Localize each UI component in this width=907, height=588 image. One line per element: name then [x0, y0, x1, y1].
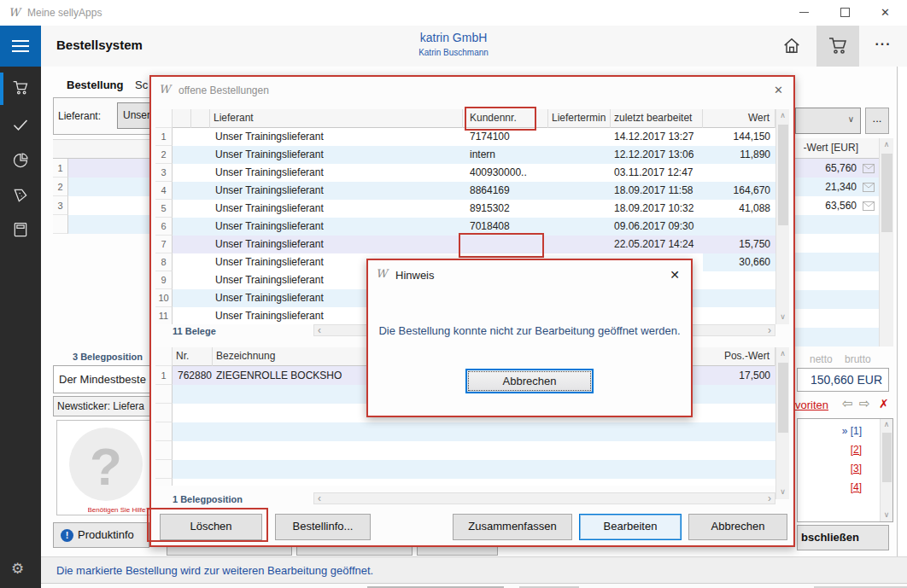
bg-table-row[interactable]: 1 000 [53, 159, 155, 178]
scroll-right-icon[interactable]: › [768, 493, 771, 504]
bestellinfo-button[interactable]: Bestellinfo... [275, 514, 371, 540]
sidebar-item-tasks[interactable] [12, 116, 29, 133]
arrow-left-icon[interactable]: ⇦ [842, 396, 853, 411]
scroll-left-icon[interactable]: ‹ [318, 325, 321, 336]
scroll-right-icon[interactable]: › [768, 325, 771, 336]
netto-label[interactable]: netto [810, 353, 833, 365]
bg-table-row[interactable]: 3 000 [53, 196, 155, 215]
hinweis-abbrechen-button[interactable]: Abbrechen [465, 369, 594, 393]
close-window-icon[interactable]: ✕ [881, 6, 890, 19]
bg-wert-header[interactable]: -Wert [EUR] [795, 138, 879, 159]
bg-wert-row[interactable]: 65,760 [795, 159, 879, 178]
scrollbar-thumb[interactable] [778, 125, 788, 225]
order-row[interactable]: 1Unser Trainingslieferant717410014.12.20… [155, 128, 775, 146]
total-value-box: 150,660 EUR [797, 368, 889, 392]
cart-icon [828, 37, 848, 55]
hinweis-title: Hinweis [395, 269, 435, 282]
col-wert[interactable]: Wert [703, 109, 775, 128]
col-liefertermin[interactable]: Liefertermin [548, 109, 611, 128]
order-row[interactable]: 6Unser Trainingslieferant701840809.06.20… [155, 218, 775, 236]
positions-hscrollbar[interactable]: ‹ › [313, 492, 775, 504]
col-nr[interactable]: Nr. [173, 347, 213, 366]
scroll-down-icon[interactable]: ∨ [776, 486, 789, 499]
sidebar-item-offers[interactable] [12, 187, 29, 204]
orders-count: 11 Belege [173, 326, 216, 336]
bg-browse-button[interactable]: ... [865, 108, 889, 134]
sidebar-item-cart[interactable] [12, 79, 29, 96]
page-link[interactable]: [3] [851, 463, 862, 474]
ellipsis-icon: ··· [875, 37, 892, 51]
bg-table-row[interactable]: 2 100 [53, 178, 155, 196]
minimize-icon[interactable] [799, 12, 809, 13]
tab-next-partial[interactable]: Sc [135, 79, 150, 91]
maximize-icon[interactable] [840, 8, 850, 17]
sidebar-item-statistics[interactable] [12, 152, 29, 169]
sidebar-item-catalog[interactable] [12, 221, 29, 238]
hamburger-menu-icon[interactable] [0, 26, 41, 67]
scroll-down-icon[interactable]: ∨ [776, 311, 789, 324]
scrollbar-thumb[interactable] [778, 363, 788, 433]
abschliessen-button-partial[interactable]: bschließen [797, 525, 889, 550]
order-row[interactable]: 3Unser Trainingslieferant400930000..03.1… [155, 164, 775, 182]
favorites-scrollbar[interactable]: ∧ ∨ [880, 419, 892, 521]
scroll-up-icon[interactable]: ∧ [881, 419, 892, 431]
home-button[interactable] [773, 26, 810, 67]
loeschen-button[interactable]: Löschen [160, 514, 262, 540]
zusammenfassen-button[interactable]: Zusammenfassen [453, 514, 572, 540]
bg-dropdown[interactable]: ∨ [795, 108, 861, 134]
arrow-right-icon[interactable]: ⇨ [859, 396, 870, 411]
bg-empty-row [795, 290, 879, 309]
bearbeiten-button[interactable]: Bearbeiten [579, 514, 682, 540]
order-row[interactable]: 4Unser Trainingslieferant886416918.09.20… [155, 182, 775, 200]
produktinfo-button[interactable]: ! Produktinfo [53, 522, 149, 548]
scrollbar-thumb[interactable] [881, 154, 892, 232]
window-title: Meine sellyApps [27, 7, 102, 19]
close-dialog-icon[interactable]: ✕ [774, 84, 783, 96]
scroll-left-icon[interactable]: ‹ [318, 493, 321, 504]
page-link-current[interactable]: » [1] [842, 425, 862, 437]
newsticker-bar[interactable]: Newsticker: Liefera [53, 396, 155, 416]
pie-chart-icon [12, 152, 29, 169]
sidebar: ⚙ [0, 67, 41, 588]
abbrechen-button[interactable]: Abbrechen [688, 514, 787, 540]
positions-scrollbar[interactable]: ∧ ∨ [775, 347, 789, 499]
question-mark-icon: ? [69, 428, 143, 501]
col-lieferant[interactable]: Lieferant [210, 109, 463, 128]
order-row[interactable]: 2Unser Trainingslieferantintern12.12.201… [155, 146, 775, 164]
company-name: katrin GmbH [313, 31, 594, 44]
help-panel[interactable]: ? Benötigen Sie Hilfe? [56, 420, 152, 515]
bg-wert-row[interactable]: 63,560 [795, 196, 879, 215]
order-row[interactable]: 5Unser Trainingslieferant891530218.09.20… [155, 200, 775, 218]
scroll-down-icon[interactable]: ∨ [881, 509, 892, 521]
total-value: 150,660 EUR [810, 373, 882, 387]
bg-wert-row[interactable]: 21,340 [795, 178, 879, 196]
orders-scrollbar[interactable]: ∧ ∨ [775, 109, 789, 324]
status-bar: Die markierte Bestellung wird zur weiter… [41, 556, 907, 583]
tab-bestellung[interactable]: Bestellung [67, 79, 123, 91]
scroll-up-icon[interactable]: ∧ [776, 347, 789, 361]
bg-scrollbar[interactable]: ∧ [879, 138, 893, 346]
orders-table-header: Lieferant Kundennr. Liefertermin zuletzt… [155, 109, 775, 128]
orders-dialog-title: offene Bestellungen [178, 84, 269, 96]
tag-icon [12, 187, 29, 204]
dialog-logo-icon: W [159, 84, 170, 96]
red-x-icon[interactable]: ✗ [879, 397, 889, 410]
cart-button[interactable] [816, 26, 859, 67]
favorites-listbox: » [1] [2] [3] [4] ∧ ∨ [797, 418, 893, 522]
scrollbar-thumb[interactable] [882, 433, 892, 482]
col-kundennr[interactable]: Kundennr. [463, 109, 548, 128]
page-link[interactable]: [2] [851, 444, 862, 456]
hinweis-dialog: W Hinweis ✕ Die Bestellung konnte nicht … [366, 259, 693, 417]
info-icon: ! [61, 529, 73, 542]
col-bearbeitet[interactable]: zuletzt bearbeitet [611, 109, 703, 128]
page-link[interactable]: [4] [851, 481, 862, 493]
favorites-link-partial[interactable]: voriten [795, 399, 834, 411]
settings-button[interactable]: ⚙ [11, 560, 24, 578]
brutto-label[interactable]: brutto [845, 353, 871, 365]
scroll-up-icon[interactable]: ∧ [880, 138, 893, 152]
order-row-selected[interactable]: 7Unser Trainingslieferant22.05.2017 14:2… [155, 236, 775, 253]
sidebar-active-indicator [0, 73, 3, 105]
close-dialog-icon[interactable]: ✕ [670, 268, 680, 282]
scroll-up-icon[interactable]: ∧ [776, 109, 789, 123]
more-options-button[interactable]: ··· [864, 26, 902, 67]
